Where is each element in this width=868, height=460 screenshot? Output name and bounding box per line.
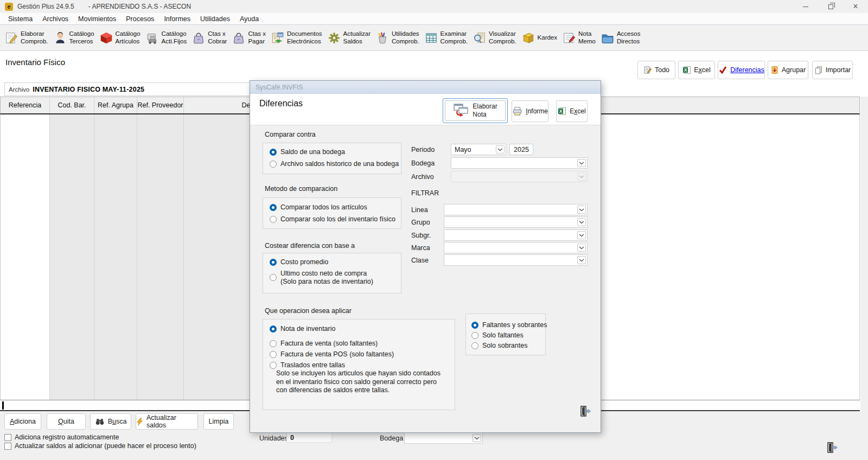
- tools-cup-icon: [375, 31, 390, 45]
- exit-door-icon: [578, 405, 591, 418]
- close-icon: ×: [853, 2, 858, 11]
- checkbox-actualizar-saldos[interactable]: Actualizar saldos al adicionar (puede ha…: [4, 442, 196, 450]
- exit-button[interactable]: [825, 440, 839, 455]
- radio-ultimo-costo[interactable]: Ultimo costo neto de compra (Solo para n…: [270, 270, 373, 286]
- busca-button[interactable]: Busca: [90, 413, 131, 430]
- importar-button[interactable]: Importar: [812, 61, 853, 79]
- importar-label: Importar: [826, 66, 851, 74]
- toolbar-ctas-x-cobrar[interactable]: Ctas xCobrar: [192, 30, 227, 45]
- agrupar-button[interactable]: Agrupar: [768, 61, 808, 79]
- restore-icon: [828, 4, 833, 9]
- toolbar-utilidades-comprob[interactable]: UtilidadesComprob.: [375, 30, 419, 45]
- red-check-icon: [718, 66, 727, 74]
- clase-label: Clase: [411, 257, 429, 264]
- col-ref-proveedor[interactable]: Ref. Proveedor: [137, 97, 183, 113]
- toolbar-kardex[interactable]: Kardex: [521, 31, 557, 45]
- unidades-value: 0: [286, 432, 332, 443]
- informe-label: Informe: [526, 107, 548, 115]
- menu-procesos[interactable]: Procesos: [121, 15, 159, 23]
- text-cursor: [2, 401, 4, 410]
- unidades-label: Unidades: [259, 435, 288, 442]
- radio-solo-sobrantes[interactable]: Solo sobrantes: [471, 341, 527, 350]
- toolbar-elaborar-comprob[interactable]: ElaborarComprob.: [4, 30, 48, 45]
- actualizar-saldos-button[interactable]: Actualizar saldos: [136, 413, 198, 430]
- comparar-contra-title: Comparar contra: [265, 131, 316, 138]
- dialog-exit-button[interactable]: [578, 404, 592, 418]
- diferencias-button[interactable]: Diferencias: [718, 61, 765, 79]
- toolbar-ctas-x-pagar[interactable]: Ctas xPagar: [232, 30, 266, 45]
- kardex-icon: [521, 31, 535, 45]
- col-referencia[interactable]: Referencia: [1, 97, 49, 113]
- excel-button[interactable]: X Excel: [678, 61, 715, 79]
- toolbar-actualizar-saldos[interactable]: ActualizarSaldos: [327, 30, 371, 45]
- radio-traslados-tallas[interactable]: Traslados entre tallas: [270, 361, 345, 369]
- toolbar-catalogo-articulos[interactable]: CatálogoArtículos: [99, 30, 141, 45]
- bodega-combobox[interactable]: [451, 157, 588, 169]
- bodega-footer-combobox[interactable]: [404, 432, 483, 444]
- linea-combobox[interactable]: [444, 204, 588, 215]
- radio-solo-sobrantes-label: Solo sobrantes: [482, 342, 527, 349]
- radio-comparar-solo-fisico-label: Comparar solo los del inventario físico: [280, 215, 395, 223]
- toolbar-catalogo-terceros[interactable]: CatálogoTerceros: [53, 30, 94, 45]
- toolbar-visualizar-comprob[interactable]: VisualizarComprob.: [473, 30, 516, 45]
- menu-sistema[interactable]: Sistema: [3, 15, 37, 23]
- quita-label: Quita: [58, 418, 74, 425]
- menu-archivos[interactable]: Archivos: [37, 15, 73, 23]
- archivo-label: Archivo: [9, 86, 29, 93]
- toolbar-nota-memo[interactable]: NotaMemo: [562, 30, 596, 45]
- col-cod-bar[interactable]: Cod. Bar.: [49, 97, 94, 113]
- grupo-combobox[interactable]: [444, 216, 588, 228]
- radio-factura-venta[interactable]: Factura de venta (solo faltantes): [270, 339, 378, 348]
- clase-combobox[interactable]: [444, 254, 588, 266]
- radio-costo-promedio[interactable]: Costo promedio: [270, 258, 328, 266]
- radio-archivo-historico[interactable]: Archivo saldos historico de una bodega: [270, 159, 399, 168]
- chevron-down-icon: [577, 159, 586, 167]
- radio-comparar-solo-fisico[interactable]: Comparar solo los del inventario físico: [270, 215, 395, 223]
- chevron-down-icon: [577, 256, 586, 264]
- dialog-excel-button[interactable]: X Excel: [556, 100, 588, 122]
- menu-ayuda[interactable]: Ayuda: [235, 15, 264, 23]
- todo-button[interactable]: Todo: [637, 61, 675, 79]
- close-button[interactable]: ×: [843, 0, 868, 13]
- agrupar-label: Agrupar: [782, 66, 806, 74]
- radio-icon: [270, 216, 277, 223]
- elaborar-nota-button[interactable]: ElaborarNota: [443, 98, 508, 123]
- radio-solo-faltantes[interactable]: Solo faltantes: [471, 331, 524, 340]
- radio-saldo-bodega[interactable]: Saldo de una bodega: [270, 148, 345, 156]
- year-value: 2025: [514, 146, 529, 154]
- radio-selected-icon: [270, 259, 277, 266]
- radio-saldo-bodega-label: Saldo de una bodega: [280, 148, 345, 156]
- informe-button[interactable]: Informe: [512, 100, 548, 122]
- radio-selected-icon: [471, 322, 478, 329]
- radio-faltantes-sobrantes[interactable]: Faltantes y sobrantes: [471, 321, 547, 329]
- subgrupo-combobox[interactable]: [444, 229, 588, 241]
- right-gutter: [860, 97, 868, 411]
- limpia-button[interactable]: Limpia: [203, 413, 234, 430]
- periodo-combobox[interactable]: Mayo: [451, 144, 506, 155]
- menu-movimientos[interactable]: Movimientos: [73, 15, 121, 23]
- dialog-heading: Diferencias: [259, 99, 303, 108]
- marca-combobox[interactable]: [444, 242, 588, 253]
- radio-factura-venta-pos[interactable]: Factura de venta POS (solo faltantes): [270, 350, 394, 359]
- radio-comparar-todos[interactable]: Comparar todos los artículos: [270, 203, 367, 212]
- toolbar-documentos-electronicos[interactable]: DocumentosElectrónicos: [271, 30, 322, 45]
- svg-text:X: X: [684, 67, 687, 73]
- toolbar-accesos-directos[interactable]: AccesosDirectos: [601, 30, 640, 45]
- checkbox-icon: [4, 434, 11, 441]
- menu-informes[interactable]: Informes: [159, 15, 195, 23]
- col-ref-agrupa[interactable]: Ref. Agrupa: [94, 97, 137, 113]
- menu-utilidades[interactable]: Utilidades: [195, 15, 235, 23]
- quita-button[interactable]: Quita: [47, 413, 86, 430]
- minimize-button[interactable]: [793, 0, 818, 13]
- archivo-bar[interactable]: Archivo INVENTARIO FISICO MAY-11-2025: [4, 82, 292, 96]
- checkbox-adiciona-auto[interactable]: Adiciona registro automaticamente: [4, 433, 119, 442]
- year-field[interactable]: 2025: [509, 144, 533, 155]
- radio-traslados-tallas-label: Traslados entre tallas: [280, 361, 345, 369]
- toolbar-catalogo-actifijos[interactable]: CatálogoActi.Fijos: [145, 30, 187, 45]
- costear-group: Costo promedio Ultimo costo neto de comp…: [263, 253, 401, 293]
- alcance-group: Faltantes y sobrantes Solo faltantes Sol…: [465, 314, 546, 355]
- radio-nota-inventario[interactable]: Nota de inventario: [270, 324, 335, 333]
- adiciona-button[interactable]: Adiciona: [4, 413, 41, 430]
- toolbar-examinar-comprob[interactable]: ExaminarComprob.: [424, 30, 468, 45]
- restore-button[interactable]: [818, 0, 843, 13]
